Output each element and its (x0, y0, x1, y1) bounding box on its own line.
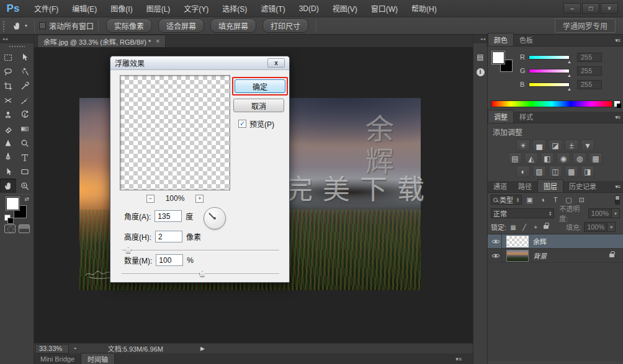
zoom-level-field[interactable]: 33.33% (35, 344, 69, 353)
dodge-tool[interactable] (17, 136, 33, 150)
eraser-tool[interactable] (0, 122, 16, 136)
patch-tool[interactable] (0, 93, 16, 107)
ok-button[interactable]: 确定 (235, 79, 285, 93)
fill-screen-button[interactable]: 填充屏幕 (210, 19, 256, 33)
menu-select[interactable]: 选择(S) (215, 0, 254, 17)
quick-mask-button[interactable] (4, 224, 16, 233)
cancel-button[interactable]: 取消 (233, 99, 284, 112)
default-colors-icon[interactable] (4, 215, 11, 221)
channel-mixer-icon[interactable]: ◍ (573, 153, 586, 164)
preview-checkbox[interactable]: ✓ (238, 120, 246, 128)
dialog-title-bar[interactable]: 浮雕效果 x (110, 56, 289, 70)
channel-g-value[interactable]: 255 (577, 66, 602, 76)
channel-r-slider[interactable]: ▲ (529, 55, 570, 60)
path-selection-tool[interactable] (0, 164, 16, 179)
visibility-cell[interactable] (490, 249, 502, 262)
layer-row-background[interactable]: 背景 (488, 249, 623, 263)
exposure-icon[interactable]: ± (565, 140, 578, 151)
eyedropper-tool[interactable] (17, 79, 33, 93)
channel-b-thumb-icon[interactable]: ▲ (567, 87, 571, 91)
layer-name[interactable]: 余辉 (533, 236, 547, 246)
dock-collapse-icon[interactable]: ◂◂ (473, 35, 487, 43)
fill-dropdown[interactable]: 100% ▼ (584, 222, 616, 232)
tab-swatches[interactable]: 色板 (514, 33, 539, 46)
filter-type-select[interactable]: 类型 ▲▼ (491, 195, 522, 205)
lock-image-pixels-icon[interactable]: ╱ (520, 224, 529, 231)
hue-saturation-icon[interactable]: ▤ (508, 153, 522, 164)
menu-file[interactable]: 文件(F) (27, 0, 65, 17)
height-input[interactable] (155, 231, 182, 242)
color-spectrum-ramp[interactable] (491, 100, 612, 107)
channel-g-thumb-icon[interactable]: ▲ (567, 74, 571, 77)
lock-transparent-pixels-icon[interactable]: ▦ (509, 224, 518, 231)
brush-tool[interactable] (17, 93, 33, 107)
channel-b-slider[interactable]: ▲ (529, 82, 570, 87)
height-slider[interactable] (122, 247, 279, 254)
menu-layer[interactable]: 图层(L) (140, 0, 177, 17)
amount-slider-thumb[interactable] (199, 271, 206, 277)
menu-image[interactable]: 图像(I) (104, 0, 139, 17)
channel-g-slider[interactable]: ▲ (529, 69, 570, 73)
brightness-contrast-icon[interactable]: ☀ (516, 140, 530, 151)
menu-3d[interactable]: 3D(D) (292, 0, 326, 17)
visibility-cell[interactable] (490, 234, 502, 248)
history-brush-tool[interactable] (17, 107, 33, 122)
tab-channels[interactable]: 通道 (488, 180, 513, 192)
layer-row-yuhui[interactable]: 余辉 (488, 234, 623, 249)
document-tab[interactable]: 余晖.jpg @ 33.3% (余辉, RGB/8#) * × (37, 35, 166, 47)
levels-icon[interactable]: ▅ (532, 140, 546, 151)
mini-bridge-icon[interactable]: ▤ (474, 51, 486, 63)
move-tool[interactable] (17, 50, 33, 64)
tab-history[interactable]: 历史记录 (563, 180, 602, 192)
tab-styles[interactable]: 样式 (514, 110, 539, 123)
layer-thumbnail[interactable] (506, 236, 529, 247)
tab-layers[interactable]: 图层 (537, 179, 563, 192)
tab-timeline[interactable]: 时间轴 (81, 353, 115, 364)
fit-screen-button[interactable]: 适合屏幕 (158, 19, 204, 33)
blur-tool[interactable] (0, 136, 16, 150)
rectangle-tool[interactable] (17, 164, 33, 179)
pen-tool[interactable] (0, 150, 16, 164)
opacity-dropdown[interactable]: 100% ▼ (588, 208, 620, 218)
maximize-button[interactable]: □ (582, 3, 599, 14)
swap-colors-icon[interactable]: ⇄ (24, 196, 29, 202)
zoom-tool[interactable] (17, 179, 33, 193)
dialog-close-button[interactable]: x (267, 58, 285, 68)
tab-paths[interactable]: 路径 (513, 180, 537, 192)
filter-adjustment-layers-icon[interactable]: ◑ (537, 195, 548, 205)
filter-on-off-toggle[interactable] (615, 195, 620, 205)
menu-edit[interactable]: 编辑(E) (65, 0, 104, 17)
color-panel-menu-icon[interactable]: ▾≡ (615, 37, 620, 43)
zoom-in-button[interactable]: + (195, 195, 204, 203)
tools-collapse-icon[interactable]: ◂◂ (0, 35, 34, 43)
filter-pixel-layers-icon[interactable]: ▣ (524, 195, 535, 205)
menu-window[interactable]: 窗口(W) (364, 0, 405, 17)
threshold-icon[interactable]: ◫ (549, 166, 562, 177)
channel-r-value[interactable]: 255 (577, 53, 602, 62)
panel-foreground-swatch[interactable] (492, 51, 504, 64)
lasso-tool[interactable] (0, 64, 16, 79)
minimize-button[interactable]: – (563, 3, 581, 14)
crop-tool[interactable] (0, 79, 16, 93)
spectrum-bw-swatches[interactable] (614, 100, 621, 107)
hand-tool[interactable] (0, 179, 16, 193)
posterize-icon[interactable]: ▨ (532, 166, 546, 177)
tab-mini-bridge[interactable]: Mini Bridge (34, 355, 81, 363)
amount-slider[interactable] (122, 271, 279, 277)
blend-mode-select[interactable]: 正常 ▲▼ (491, 208, 554, 218)
rectangular-marquee-tool[interactable] (0, 50, 16, 64)
menu-help[interactable]: 帮助(H) (405, 0, 444, 17)
tab-adjustments[interactable]: 调整 (488, 110, 514, 123)
foreground-color-swatch[interactable] (6, 197, 19, 210)
menu-type[interactable]: 文字(Y) (177, 0, 215, 17)
angle-input[interactable] (155, 210, 182, 222)
zoom-out-button[interactable]: − (146, 195, 155, 203)
screen-mode-button[interactable] (19, 224, 30, 233)
adjustments-panel-menu-icon[interactable]: ▾≡ (615, 114, 620, 120)
print-size-button[interactable]: 打印尺寸 (262, 19, 308, 33)
channel-b-value[interactable]: 255 (577, 80, 602, 89)
lock-position-icon[interactable]: + (531, 224, 540, 231)
scroll-all-windows-checkbox[interactable] (39, 22, 46, 29)
invert-icon[interactable]: ◐ (516, 166, 530, 177)
status-options-icon[interactable]: ▶ (200, 345, 205, 352)
